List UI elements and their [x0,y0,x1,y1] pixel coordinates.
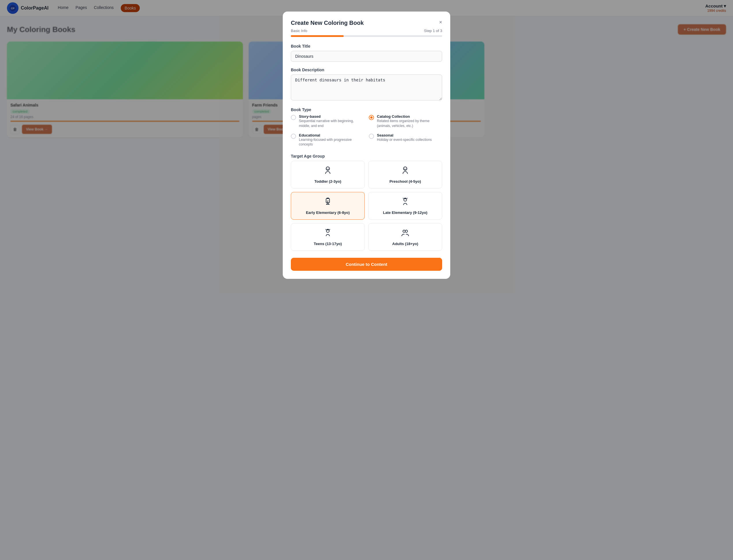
modal-overlay[interactable]: Create New Coloring Book × Basic Info St… [0,0,733,560]
modal-header: Create New Coloring Book × [291,20,442,26]
preschool-icon [401,166,410,177]
early-elem-icon [323,197,332,208]
adults-label: Adults (18+yo) [392,242,418,246]
book-title-input[interactable] [291,51,442,62]
early-elem-label: Early Elementary (6-8yo) [306,210,350,215]
book-type-educational[interactable]: Educational Learning-focused with progre… [291,133,364,147]
radio-seasonal [369,134,374,139]
radio-catalog [369,115,374,120]
book-title-label: Book Title [291,44,442,48]
modal: Create New Coloring Book × Basic Info St… [283,12,450,279]
book-type-story-desc: Sequential narrative with beginning, mid… [299,119,364,128]
late-elem-icon [401,197,410,208]
teens-label: Teens (13-17yo) [314,242,342,246]
book-desc-textarea[interactable]: Different dinosaurs in their habitats [291,74,442,100]
book-desc-label: Book Description [291,68,442,72]
age-group-grid: Toddler (2-3yo) Preschool (4-5yo) [291,161,442,251]
age-group-label: Target Age Group [291,154,442,158]
svg-point-14 [405,230,408,232]
book-type-seasonal-title: Seasonal [377,133,432,137]
teens-icon [323,228,332,239]
age-adults[interactable]: Adults (18+yo) [368,223,442,251]
radio-educational [291,134,296,139]
book-type-educational-desc: Learning-focused with progressive concep… [299,137,364,147]
svg-point-6 [404,168,405,169]
book-type-seasonal[interactable]: Seasonal Holiday or event-specific colle… [369,133,442,147]
svg-rect-8 [326,199,329,203]
book-type-story-title: Story-based [299,114,364,119]
book-type-catalog-desc: Related items organized by theme (animal… [377,119,442,128]
book-type-label: Book Type [291,107,442,112]
radio-story [291,115,296,120]
book-type-catalog-title: Catalog Collection [377,114,442,119]
svg-point-3 [326,168,327,169]
svg-point-13 [403,230,405,232]
age-early-elem[interactable]: Early Elementary (6-8yo) [291,192,365,220]
continue-button[interactable]: Continue to Content [291,258,442,271]
adults-icon [401,228,410,239]
modal-close-button[interactable]: × [439,20,442,25]
book-type-catalog[interactable]: Catalog Collection Related items organiz… [369,114,442,128]
modal-title: Create New Coloring Book [291,20,363,26]
preschool-label: Preschool (4-5yo) [389,179,421,184]
modal-step-row: Basic Info Step 1 of 3 [291,29,442,33]
age-preschool[interactable]: Preschool (4-5yo) [368,161,442,188]
toddler-icon [323,166,332,177]
book-type-educational-title: Educational [299,133,364,137]
modal-progress-fill [291,35,344,37]
toddler-label: Toddler (2-3yo) [314,179,341,184]
age-teens[interactable]: Teens (13-17yo) [291,223,365,251]
svg-point-4 [328,168,329,169]
modal-step-label: Basic Info [291,29,307,33]
age-toddler[interactable]: Toddler (2-3yo) [291,161,365,188]
svg-point-7 [406,168,407,169]
book-type-grid: Story-based Sequential narrative with be… [291,114,442,147]
modal-progress-track [291,35,442,37]
book-type-seasonal-desc: Holiday or event-specific collections [377,137,432,142]
modal-step-count: Step 1 of 3 [424,29,442,33]
late-elem-label: Late Elementary (9-12yo) [383,210,428,215]
book-type-story[interactable]: Story-based Sequential narrative with be… [291,114,364,128]
age-late-elem[interactable]: Late Elementary (9-12yo) [368,192,442,220]
